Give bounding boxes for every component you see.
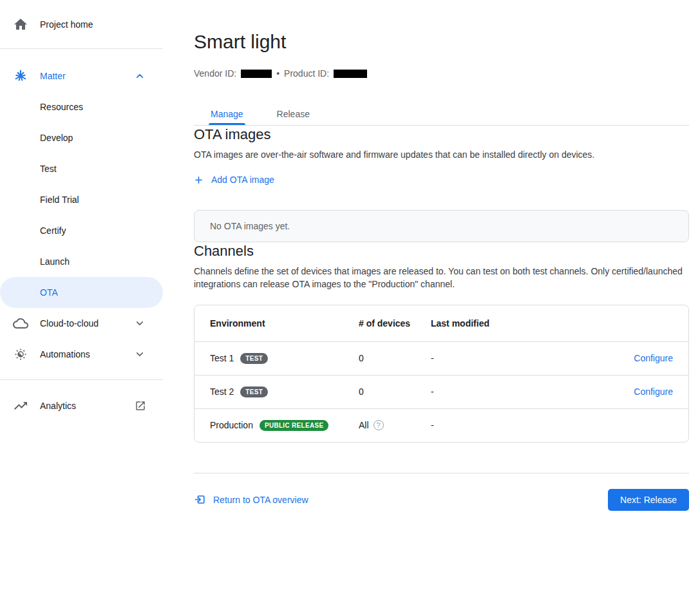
sidebar-item-label: OTA [40, 287, 58, 298]
last-modified-value: - [431, 420, 673, 430]
sidebar-item-analytics[interactable]: Analytics [0, 390, 163, 421]
column-header-environment: Environment [210, 318, 359, 329]
sidebar-item-label: Resources [40, 102, 83, 112]
open-in-new-icon [135, 400, 146, 412]
sidebar-item-label: Project home [40, 19, 146, 30]
empty-state-message: No OTA images yet. [210, 221, 290, 231]
sidebar-item-label: Certify [40, 225, 66, 236]
sidebar-item-label: Automations [40, 349, 133, 359]
chevron-up-icon [133, 70, 146, 82]
automations-icon [13, 347, 28, 362]
ota-images-description: OTA images are over-the-air software and… [194, 148, 689, 161]
sidebar-item-certify[interactable]: Certify [0, 215, 163, 246]
sidebar-item-field-trial[interactable]: Field Trial [0, 184, 163, 215]
sidebar-item-label: Cloud-to-cloud [40, 318, 133, 329]
status-badge: TEST [240, 353, 268, 364]
matter-icon [13, 68, 28, 84]
sidebar-item-cloud-to-cloud[interactable]: Cloud-to-cloud [0, 308, 163, 339]
table-row-test-2: Test 2 TEST 0 - Configure [194, 375, 688, 408]
tab-manage[interactable]: Manage [211, 102, 243, 125]
page-title: Smart light [194, 30, 689, 54]
chevron-down-icon [133, 317, 146, 330]
trending-up-icon [13, 398, 28, 414]
exit-to-app-icon [194, 493, 206, 506]
table-row-production: Production PUBLIC RELEASE All ? - [194, 408, 688, 442]
configure-link[interactable]: Configure [634, 353, 673, 363]
table-header-row: Environment # of devices Last modified [194, 305, 688, 341]
next-release-button[interactable]: Next: Release [608, 489, 689, 511]
sidebar-item-ota[interactable]: OTA [0, 277, 163, 308]
channels-table: Environment # of devices Last modified T… [194, 305, 689, 443]
main-content: Smart light Vendor ID: • Product ID: Man… [163, 0, 700, 601]
table-row-test-1: Test 1 TEST 0 - Configure [194, 341, 688, 375]
sidebar-item-label: Analytics [40, 401, 135, 411]
add-ota-image-button[interactable]: Add OTA image [194, 175, 274, 185]
column-header-last-modified: Last modified [431, 318, 673, 329]
return-link-label: Return to OTA overview [213, 495, 308, 505]
sidebar-divider [0, 48, 163, 49]
status-badge: PUBLIC RELEASE [260, 420, 328, 431]
ota-images-empty-state: No OTA images yet. [194, 210, 689, 242]
sidebar-item-label: Field Trial [40, 195, 79, 205]
last-modified-value: - [431, 386, 634, 397]
configure-link[interactable]: Configure [634, 386, 673, 397]
sidebar-item-develop[interactable]: Develop [0, 122, 163, 153]
environment-name: Test 2 [210, 386, 234, 397]
channels-heading: Channels [194, 242, 689, 260]
sidebar-item-launch[interactable]: Launch [0, 246, 163, 277]
help-icon[interactable]: ? [374, 420, 384, 430]
environment-name: Test 1 [210, 353, 234, 363]
ota-images-heading: OTA images [194, 126, 689, 144]
environment-name: Production [210, 420, 253, 430]
sidebar-divider [0, 379, 163, 380]
sidebar-item-automations[interactable]: Automations [0, 339, 163, 370]
separator-dot: • [276, 68, 279, 79]
sidebar-item-resources[interactable]: Resources [0, 91, 163, 122]
vendor-product-line: Vendor ID: • Product ID: [194, 68, 689, 79]
sidebar: Project home Matter Resources Develop Te… [0, 0, 163, 601]
footer-bar: Return to OTA overview Next: Release [194, 489, 689, 511]
tab-release[interactable]: Release [277, 102, 310, 125]
product-id-redacted [334, 70, 367, 78]
channels-section: Channels Channels define the set of devi… [194, 242, 689, 443]
tab-bar: Manage Release [194, 102, 689, 126]
devices-count: 0 [359, 386, 431, 397]
product-id-label: Product ID: [284, 68, 329, 79]
devices-count: All [359, 420, 369, 430]
vendor-id-redacted [241, 70, 272, 78]
plus-icon [194, 175, 203, 185]
sidebar-item-matter[interactable]: Matter [0, 61, 163, 91]
ota-images-section: OTA images OTA images are over-the-air s… [194, 126, 689, 242]
status-badge: TEST [240, 386, 268, 397]
sidebar-item-project-home[interactable]: Project home [0, 12, 163, 37]
chevron-down-icon [133, 348, 146, 361]
column-header-devices: # of devices [359, 318, 431, 329]
cloud-icon [13, 316, 28, 331]
sidebar-item-label: Launch [40, 256, 70, 267]
sidebar-item-label: Matter [40, 71, 133, 81]
footer-divider [194, 473, 689, 473]
sidebar-item-label: Develop [40, 133, 73, 143]
last-modified-value: - [431, 353, 634, 363]
add-ota-image-label: Add OTA image [211, 175, 274, 185]
return-to-ota-overview-link[interactable]: Return to OTA overview [194, 493, 308, 506]
channels-description: Channels define the set of devices that … [194, 265, 689, 291]
devices-count: 0 [359, 353, 431, 363]
sidebar-item-label: Test [40, 164, 57, 174]
home-icon [13, 17, 28, 32]
sidebar-item-test[interactable]: Test [0, 153, 163, 184]
vendor-id-label: Vendor ID: [194, 68, 236, 79]
